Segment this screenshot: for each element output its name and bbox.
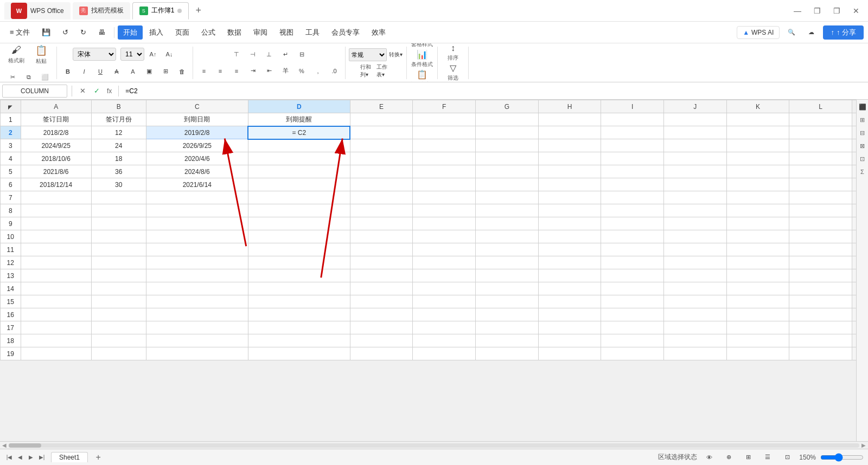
cell-J2[interactable] <box>664 126 727 139</box>
cell-H5[interactable] <box>538 165 601 178</box>
align-right-btn[interactable]: ≡ <box>229 63 244 79</box>
sort-btn[interactable]: ↕ 排序 <box>441 43 465 62</box>
font-size-down-btn[interactable]: A↓ <box>162 47 177 62</box>
menu-start[interactable]: 开始 <box>118 25 143 40</box>
col-header-K[interactable]: K <box>726 100 789 113</box>
status-icon-3[interactable]: ⊞ <box>741 450 756 465</box>
menu-print[interactable]: 🖶 <box>93 26 111 38</box>
special-btn[interactable]: 羊 <box>278 63 293 79</box>
cell-I1[interactable] <box>601 113 664 126</box>
cell-L2[interactable] <box>789 126 852 139</box>
cell-L6[interactable] <box>789 178 852 191</box>
filter-btn[interactable]: ▽ 筛选 <box>441 63 465 82</box>
cell-B4[interactable]: 18 <box>91 152 146 165</box>
row-col-btn[interactable]: 行和列▾ <box>360 63 375 79</box>
menu-tools[interactable]: 工具 <box>300 25 325 40</box>
col-header-F[interactable]: F <box>413 100 476 113</box>
cell-H6[interactable] <box>538 178 601 191</box>
cell-F4[interactable] <box>413 152 476 165</box>
cloud-btn[interactable]: ☁ <box>803 25 819 40</box>
menu-formula[interactable]: 公式 <box>196 25 221 40</box>
comma-btn[interactable]: , <box>310 63 326 79</box>
scroll-right-btn[interactable]: ▶ <box>861 442 866 448</box>
cell-A1[interactable]: 签订日期 <box>21 113 91 126</box>
cell-D3[interactable] <box>248 139 350 152</box>
menu-undo[interactable]: ↺ <box>57 26 74 38</box>
copy-format-btn[interactable]: ⬜ <box>37 70 53 83</box>
col-header-A[interactable]: A <box>21 100 91 113</box>
cell-E4[interactable] <box>350 152 413 165</box>
cell-I3[interactable] <box>601 139 664 152</box>
cell-E1[interactable] <box>350 113 413 126</box>
col-header-I[interactable]: I <box>601 100 664 113</box>
sheet-first-btn[interactable]: |◀ <box>4 453 14 462</box>
format-paint-btn[interactable]: 🖌 格式刷 <box>4 43 28 69</box>
menu-efficiency[interactable]: 效率 <box>366 25 391 40</box>
cell-J1[interactable] <box>664 113 727 126</box>
decimal-btn[interactable]: .0 <box>327 63 342 79</box>
cell-I6[interactable] <box>601 178 664 191</box>
col-header-B[interactable]: B <box>91 100 146 113</box>
col-header-E[interactable]: E <box>350 100 413 113</box>
cell-L5[interactable] <box>789 165 852 178</box>
tab-wps[interactable]: W WPS Office <box>4 2 71 20</box>
cell-J3[interactable] <box>664 139 727 152</box>
col-header-C[interactable]: C <box>146 100 248 113</box>
cell-style-btn[interactable]: 🎨 套格样式 <box>410 43 434 48</box>
cell-E2[interactable] <box>350 126 413 139</box>
align-left-btn[interactable]: ≡ <box>196 63 212 79</box>
cell-L1[interactable] <box>789 113 852 126</box>
cell-F5[interactable] <box>413 165 476 178</box>
align-bottom-btn[interactable]: ⊥ <box>261 47 277 62</box>
status-icon-4[interactable]: ☰ <box>760 450 775 465</box>
col-header-G[interactable]: G <box>476 100 539 113</box>
cell-H1[interactable] <box>538 113 601 126</box>
cell-C4[interactable]: 2020/4/6 <box>146 152 248 165</box>
strikethrough-btn[interactable]: A <box>109 64 124 79</box>
font-color-btn[interactable]: A <box>125 64 141 79</box>
select-all-icon[interactable]: ◤ <box>8 104 12 110</box>
cell-D4[interactable] <box>248 152 350 165</box>
search-btn[interactable]: 🔍 <box>784 25 799 40</box>
restore-btn[interactable]: ❐ <box>809 3 825 18</box>
cell-E5[interactable] <box>350 165 413 178</box>
clear-format-btn[interactable]: 🗑 <box>174 64 189 79</box>
cell-H4[interactable] <box>538 152 601 165</box>
cell-D2[interactable]: = C2 <box>248 126 350 139</box>
font-size-up-btn[interactable]: A↑ <box>145 47 161 62</box>
cell-G1[interactable] <box>476 113 539 126</box>
number-format-select[interactable]: 常规 <box>349 48 387 61</box>
confirm-formula-btn[interactable]: ✓ <box>91 85 103 97</box>
tab-template[interactable]: 壳 找稻壳模板 <box>73 2 130 20</box>
right-panel-btn-5[interactable]: ⊡ <box>858 154 867 164</box>
align-middle-btn[interactable]: ⊣ <box>245 47 260 62</box>
wps-ai-btn[interactable]: ▲ WPS AI <box>737 26 780 39</box>
cell-E3[interactable] <box>350 139 413 152</box>
cell-C2[interactable]: 2019/2/8 <box>146 126 248 139</box>
menu-file[interactable]: ≡ 文件 <box>4 25 35 40</box>
new-tab-btn[interactable]: + <box>191 2 206 20</box>
cell-C6[interactable]: 2021/6/14 <box>146 178 248 191</box>
cell-K5[interactable] <box>726 165 789 178</box>
close-btn[interactable]: ✕ <box>848 3 864 18</box>
h-scrollbar-thumb[interactable] <box>9 443 41 448</box>
cell-B1[interactable]: 签订月份 <box>91 113 146 126</box>
cell-B2[interactable]: 12 <box>91 126 146 139</box>
cell-B5[interactable]: 36 <box>91 165 146 178</box>
sheet-add-btn[interactable]: + <box>92 451 104 463</box>
cell-A3[interactable]: 2024/9/25 <box>21 139 91 152</box>
cell-name-box[interactable]: COLUMN <box>2 85 67 98</box>
cell-D1[interactable]: 到期提醒 <box>248 113 350 126</box>
cell-C1[interactable]: 到期日期 <box>146 113 248 126</box>
right-panel-btn-4[interactable]: ⊠ <box>858 141 867 151</box>
cell-C5[interactable]: 2024/8/6 <box>146 165 248 178</box>
underline-btn[interactable]: U <box>93 64 108 79</box>
indent-btn[interactable]: ⇥ <box>245 63 260 79</box>
menu-page[interactable]: 页面 <box>170 25 195 40</box>
menu-review[interactable]: 审阅 <box>248 25 273 40</box>
cell-G4[interactable] <box>476 152 539 165</box>
paste-btn[interactable]: 📋 粘贴 <box>29 43 53 69</box>
cell-A5[interactable]: 2021/8/6 <box>21 165 91 178</box>
cell-K4[interactable] <box>726 152 789 165</box>
right-panel-btn-3[interactable]: ⊟ <box>858 128 867 138</box>
